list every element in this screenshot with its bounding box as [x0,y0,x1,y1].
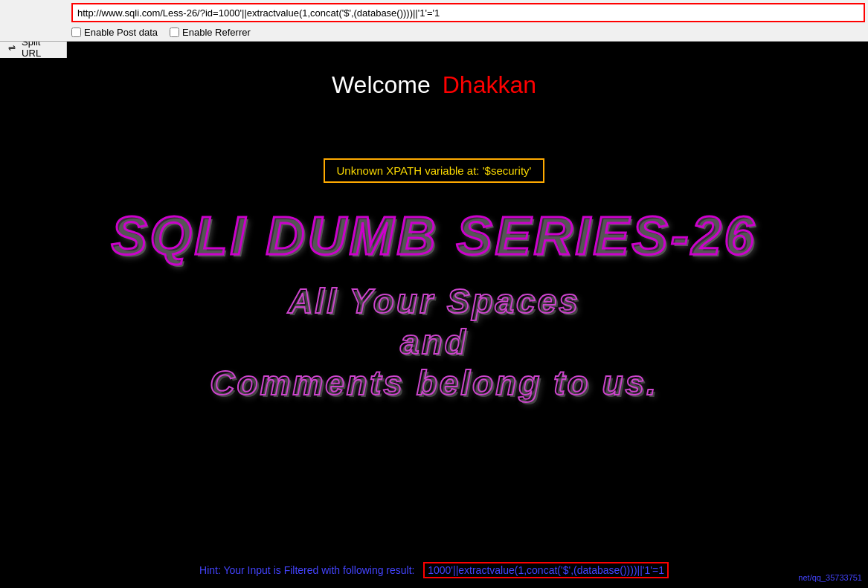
enable-post-label[interactable]: Enable Post data [71,27,158,38]
checkboxes-row: Enable Post data Enable Referrer [0,25,868,41]
enable-referrer-checkbox[interactable] [170,28,179,37]
username-text: Dhakkan [443,71,536,99]
welcome-line: Welcome Dhakkan [332,71,536,99]
url-bar [0,0,868,25]
hint-value: 1000'||extractvalue(1,concat('$',(databa… [423,562,669,578]
sqli-title: SQLI DUMB SERIES-26 [111,205,756,266]
enable-referrer-text: Enable Referrer [182,27,251,38]
subtitle-area: All Your Spaces and Comments belong to u… [210,281,658,404]
top-area: Enable Post data Enable Referrer [0,0,868,42]
main-content: Welcome Dhakkan Unknown XPATH variable a… [0,58,868,588]
enable-post-text: Enable Post data [84,27,158,38]
enable-referrer-label[interactable]: Enable Referrer [170,27,251,38]
welcome-text: Welcome [332,71,431,99]
watermark: net/qq_35733751 [798,573,862,582]
hint-prefix: Hint: Your Input is Filtered with follow… [199,564,414,576]
url-input[interactable] [71,3,865,22]
xpath-error: Unknown XPATH variable at: '$security' [324,158,545,183]
subtitle-line-3: Comments belong to us. [210,363,658,404]
hint-bar: Hint: Your Input is Filtered with follow… [0,564,868,576]
split-url-icon [6,42,17,54]
subtitle-line-1: All Your Spaces [210,281,658,322]
subtitle-line-2: and [210,322,658,363]
enable-post-checkbox[interactable] [71,28,81,37]
